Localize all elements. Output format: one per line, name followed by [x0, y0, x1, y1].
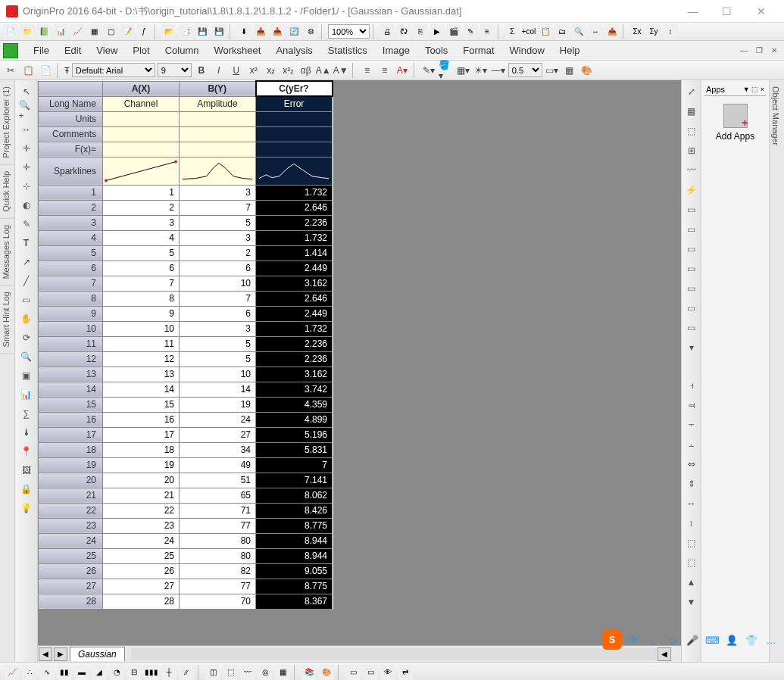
comments-b[interactable] — [180, 126, 256, 142]
menu-edit[interactable]: Edit — [57, 42, 89, 58]
cell-b[interactable]: 19 — [180, 397, 256, 412]
line-color-icon[interactable]: ✎▾ — [421, 63, 436, 78]
mask-range-icon[interactable]: ▭ — [345, 665, 361, 680]
menu-view[interactable]: View — [89, 42, 125, 58]
cell-a[interactable]: 9 — [103, 306, 180, 321]
row-index[interactable]: 22 — [39, 503, 103, 518]
row-index[interactable]: 24 — [39, 533, 103, 548]
menu-worksheet[interactable]: Worksheet — [207, 42, 269, 58]
rotate-tool-icon[interactable]: ⟳ — [18, 329, 35, 346]
data-selector-icon[interactable]: ⊹ — [18, 178, 35, 195]
lock-icon[interactable]: 🔒 — [18, 481, 35, 498]
stats-row-icon[interactable]: Σy — [646, 24, 661, 39]
font-family-select[interactable]: Default: Arial — [72, 63, 155, 77]
results-log-icon[interactable]: 📋 — [538, 24, 553, 39]
row-index[interactable]: 23 — [39, 518, 103, 533]
cell-b[interactable]: 2 — [180, 245, 256, 260]
table-row[interactable]: 2020517.141 — [39, 473, 333, 488]
cell-a[interactable]: 21 — [103, 488, 180, 503]
maximize-button[interactable]: ☐ — [710, 1, 744, 22]
align-center-icon[interactable]: ≡ — [377, 63, 392, 78]
ime-voice-button[interactable]: 🎤 — [684, 632, 701, 648]
distribute-h-icon[interactable]: ⇔ — [683, 456, 700, 473]
cell-a[interactable]: 6 — [103, 260, 180, 276]
scale-in-icon[interactable]: 🔍+ — [18, 102, 35, 119]
cell-c[interactable]: 1.732 — [256, 185, 333, 200]
cell-a[interactable]: 20 — [103, 473, 180, 488]
table-row[interactable]: 101031.732 — [39, 321, 333, 336]
fx-c[interactable] — [256, 142, 333, 157]
mask-tool-icon[interactable]: ◐ — [18, 197, 35, 214]
same-width-icon[interactable]: ↔ — [683, 495, 700, 512]
table-row[interactable]: 1616244.899 — [39, 412, 333, 427]
font-size-select[interactable]: 9 — [158, 63, 192, 77]
row-index[interactable]: 4 — [39, 230, 103, 245]
cell-a[interactable]: 10 — [103, 321, 180, 336]
image-plot-icon[interactable]: ▦ — [275, 665, 290, 680]
new-workbook-icon[interactable]: 📗 — [36, 24, 52, 39]
add-layer-icon[interactable]: ▦ — [683, 103, 700, 120]
row-index[interactable]: 16 — [39, 412, 103, 427]
new-folder-icon[interactable]: 📁 — [20, 24, 35, 39]
menu-column[interactable]: Column — [158, 42, 207, 58]
row-index[interactable]: 2 — [39, 200, 103, 215]
table-row[interactable]: 2222718.426 — [39, 503, 333, 518]
cell-b[interactable]: 49 — [180, 457, 256, 473]
table-row[interactable]: 2727778.775 — [39, 579, 333, 594]
cell-b[interactable]: 6 — [180, 306, 256, 321]
greek-icon[interactable]: αβ — [298, 63, 314, 78]
line-symbol-plot-icon[interactable]: ∿ — [39, 665, 55, 680]
cell-a[interactable]: 23 — [103, 518, 180, 533]
table-row[interactable]: 1515194.359 — [39, 397, 333, 412]
pe-icon[interactable]: 🗂 — [554, 24, 570, 39]
cut-icon[interactable]: ✂ — [3, 63, 18, 78]
contour-icon[interactable]: ◎ — [258, 665, 273, 680]
merge-graph-icon[interactable]: ⊞ — [683, 142, 700, 159]
row-index[interactable]: 26 — [39, 563, 103, 579]
row-label-fx[interactable]: F(x)= — [39, 142, 103, 157]
scatter-plot-icon[interactable]: ∴ — [22, 665, 37, 680]
new-layout-icon[interactable]: ▢ — [103, 24, 118, 39]
cell-a[interactable]: 26 — [103, 563, 180, 579]
code-builder-icon[interactable]: ≡ — [479, 24, 495, 39]
bar-plot-icon[interactable]: ▬ — [74, 665, 89, 680]
cell-a[interactable]: 3 — [103, 215, 180, 230]
cell-c[interactable]: 5.196 — [256, 427, 333, 442]
table-row[interactable]: 9962.449 — [39, 306, 333, 321]
line-style-icon[interactable]: —▾ — [491, 63, 506, 78]
layer6-icon[interactable]: ▭ — [683, 300, 700, 317]
add-apps-item[interactable]: Add Apps — [704, 104, 766, 142]
fx-b[interactable] — [180, 142, 256, 157]
minimize-button[interactable]: — — [676, 1, 710, 22]
add-column-icon[interactable]: +col — [521, 24, 536, 39]
ime-lang-button[interactable]: 中 — [625, 632, 642, 648]
cell-c[interactable]: 2.236 — [256, 351, 333, 367]
cell-c[interactable]: 3.162 — [256, 367, 333, 382]
cell-a[interactable]: 8 — [103, 291, 180, 306]
draw-data-icon[interactable]: ✎ — [18, 216, 35, 232]
superscript-icon[interactable]: x² — [246, 63, 261, 78]
menu-file[interactable]: File — [26, 42, 57, 58]
new-project-icon[interactable]: 📄 — [3, 24, 18, 39]
cell-b[interactable]: 5 — [180, 351, 256, 367]
theme-icon[interactable]: 🎨 — [319, 665, 334, 680]
area-plot-icon[interactable]: ◢ — [92, 665, 107, 680]
mdi-close-icon[interactable]: ✕ — [767, 45, 781, 57]
table-row[interactable]: 2121658.062 — [39, 488, 333, 503]
video-icon[interactable]: 🎬 — [446, 24, 461, 39]
table-row[interactable]: 1818345.831 — [39, 442, 333, 457]
mdi-restore-icon[interactable]: ❐ — [752, 45, 766, 57]
table-row[interactable]: 1919497 — [39, 457, 333, 473]
same-height-icon[interactable]: ↕ — [683, 515, 700, 532]
cell-b[interactable]: 70 — [180, 594, 256, 609]
align-bottom-obj-icon[interactable]: ⫠ — [683, 436, 700, 453]
table-row[interactable]: 2323778.775 — [39, 518, 333, 533]
ime-more-button[interactable]: … — [763, 632, 779, 648]
cell-a[interactable]: 2 — [103, 200, 180, 215]
cell-c[interactable]: 2.236 — [256, 215, 333, 230]
cell-c[interactable]: 9.055 — [256, 563, 333, 579]
scale-out-icon[interactable]: ↔ — [18, 121, 35, 138]
row-index[interactable]: 6 — [39, 260, 103, 276]
cell-b[interactable]: 65 — [180, 488, 256, 503]
save-icon[interactable]: 💾 — [195, 24, 210, 39]
